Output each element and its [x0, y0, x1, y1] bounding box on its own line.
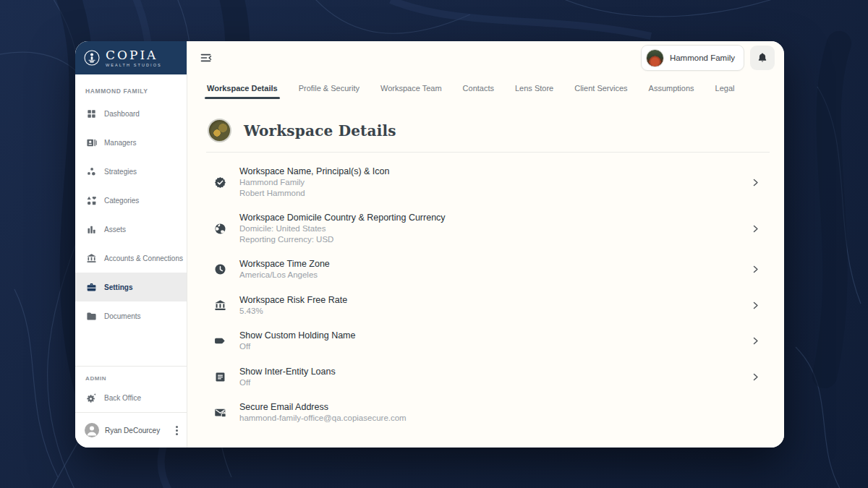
mail-lock-icon [214, 406, 226, 419]
chevron-right-icon [751, 224, 760, 234]
row-time-zone[interactable]: Workspace Time Zone America/Los Angeles [206, 252, 770, 288]
workspace-section-label: HAMMOND FAMILY [85, 87, 187, 95]
strategies-bubbles-icon [86, 166, 97, 177]
row-inter-entity-loans[interactable]: Show Inter-Entity Loans Off [206, 359, 770, 395]
kebab-menu-icon[interactable] [173, 423, 181, 438]
chevron-right-icon [751, 178, 760, 187]
copia-emblem-icon [83, 49, 101, 67]
row-domicile-currency[interactable]: Workspace Domicile Country & Reporting C… [206, 205, 770, 252]
collapse-sidebar-icon[interactable] [197, 49, 215, 67]
sidebar-item-label: Categories [104, 197, 139, 205]
sidebar-item-back-office[interactable]: Back Office [75, 383, 187, 412]
user-name: Ryan DeCourcey [105, 427, 167, 435]
briefcase-icon [86, 282, 97, 293]
row-secure-email[interactable]: Secure Email Address hammond-family-offi… [206, 395, 770, 431]
settings-rows-list: Workspace Name, Principal(s) & Icon Hamm… [206, 159, 770, 431]
sidebar-item-label: Settings [104, 283, 132, 291]
workspace-switcher-chip[interactable]: Hammond Family [641, 45, 744, 71]
tab-contacts[interactable]: Contacts [462, 80, 495, 99]
managers-badge-icon [86, 137, 97, 148]
brand-logo: COPIA WEALTH STUDIOS [75, 41, 187, 74]
sidebar: COPIA WEALTH STUDIOS HAMMOND FAMILY Dash… [75, 41, 187, 448]
sidebar-user-row[interactable]: Ryan DeCourcey [75, 412, 187, 448]
chevron-right-icon [751, 301, 760, 310]
sidebar-item-documents[interactable]: Documents [75, 301, 187, 330]
workspace-image-avatar [208, 119, 231, 142]
workspace-chip-label: Hammond Family [670, 53, 735, 62]
verified-badge-icon [214, 176, 226, 189]
sidebar-item-label: Assets [104, 226, 126, 234]
tab-client-services[interactable]: Client Services [574, 80, 628, 99]
person-avatar-icon [85, 423, 99, 437]
brand-tagline: WEALTH STUDIOS [106, 63, 162, 67]
document-lines-icon [214, 371, 226, 383]
dashboard-grid-icon [86, 108, 97, 119]
bank-icon [214, 299, 226, 312]
brand-name: COPIA [106, 49, 162, 61]
sidebar-item-label: Managers [104, 139, 136, 147]
sidebar-item-label: Back Office [104, 394, 141, 402]
gear-sparkle-icon [86, 393, 97, 403]
sidebar-item-label: Accounts & Connections [104, 254, 183, 262]
tab-assumptions[interactable]: Assumptions [648, 80, 695, 99]
sidebar-item-dashboard[interactable]: Dashboard [75, 99, 187, 128]
tag-icon [214, 335, 226, 347]
row-workspace-name[interactable]: Workspace Name, Principal(s) & Icon Hamm… [206, 159, 770, 205]
workspace-avatar [646, 49, 664, 67]
sidebar-divider [75, 366, 187, 367]
assets-bar-chart-icon [86, 224, 97, 235]
admin-section-label: ADMIN [85, 375, 187, 382]
bank-icon [86, 253, 97, 264]
chevron-right-icon [751, 265, 760, 274]
topbar: Hammond Family [187, 41, 784, 74]
sidebar-item-strategies[interactable]: Strategies [75, 157, 187, 186]
row-custom-holding-name[interactable]: Show Custom Holding Name Off [206, 323, 770, 359]
tab-bar: Workspace Details Profile & Security Wor… [187, 74, 784, 99]
page-title: Workspace Details [244, 122, 396, 140]
categories-shapes-icon [86, 195, 97, 206]
main-area: Hammond Family Workspace Details Profile… [187, 41, 784, 448]
sidebar-spacer [75, 330, 187, 366]
globe-icon [214, 223, 226, 235]
sidebar-item-categories[interactable]: Categories [75, 186, 187, 215]
app-window: COPIA WEALTH STUDIOS HAMMOND FAMILY Dash… [75, 41, 784, 448]
tab-profile-security[interactable]: Profile & Security [298, 80, 360, 99]
settings-content: Workspace Details Workspace Name, Princi… [187, 99, 784, 448]
sidebar-item-label: Dashboard [104, 110, 140, 118]
sidebar-item-assets[interactable]: Assets [75, 215, 187, 244]
tab-workspace-details[interactable]: Workspace Details [206, 80, 278, 99]
chevron-right-icon [751, 372, 760, 382]
sidebar-item-managers[interactable]: Managers [75, 128, 187, 157]
sidebar-item-accounts-connections[interactable]: Accounts & Connections [75, 244, 187, 273]
folder-icon [86, 311, 97, 322]
tab-lens-store[interactable]: Lens Store [514, 80, 554, 99]
sidebar-item-label: Strategies [104, 168, 137, 176]
notification-bell-icon[interactable] [750, 46, 775, 70]
tab-workspace-team[interactable]: Workspace Team [380, 80, 443, 99]
tab-legal[interactable]: Legal [715, 80, 736, 99]
header-divider [206, 152, 770, 153]
clock-icon [214, 263, 226, 275]
page-header: Workspace Details [206, 119, 770, 142]
sidebar-item-settings[interactable]: Settings [75, 273, 187, 301]
row-risk-free-rate[interactable]: Workspace Risk Free Rate 5.43% [206, 288, 770, 324]
sidebar-item-label: Documents [104, 312, 141, 320]
chevron-right-icon [751, 336, 760, 346]
